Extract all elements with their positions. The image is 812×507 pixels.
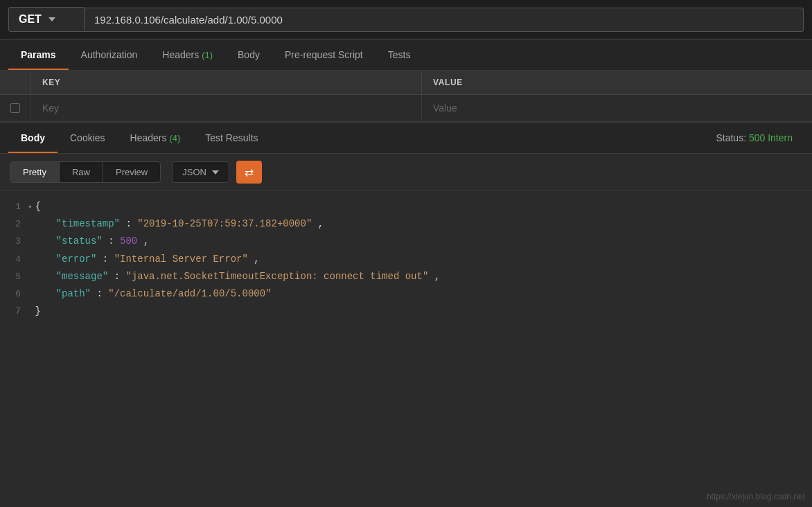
json-line-5: 5 "message" : "java.net.SocketTimeoutExc…	[0, 268, 812, 285]
dropdown-chevron-icon	[212, 170, 219, 175]
line-num-7: 7	[7, 303, 28, 319]
params-header: KEY VALUE	[0, 71, 812, 95]
line-arrow-1: ▾	[28, 201, 35, 215]
type-dropdown[interactable]: JSON	[172, 161, 229, 183]
response-toolbar: Pretty Raw Preview JSON ⇄	[0, 154, 812, 191]
open-brace: {	[35, 198, 41, 215]
row-checkbox-cell	[0, 95, 31, 121]
response-tabs: Body Cookies Headers (4) Test Results St…	[0, 123, 812, 154]
method-dropdown[interactable]: GET	[8, 7, 85, 32]
tab-response-headers[interactable]: Headers (4)	[118, 123, 193, 153]
wrap-button[interactable]: ⇄	[236, 161, 262, 184]
value-col-header: VALUE	[422, 71, 812, 94]
method-label: GET	[19, 13, 42, 26]
params-table: KEY VALUE Key Value	[0, 71, 812, 122]
json-line-4: 4 "error" : "Internal Server Error" ,	[0, 251, 812, 268]
json-key-status: "status"	[56, 235, 103, 247]
url-input[interactable]	[85, 8, 804, 32]
format-tabs: Pretty Raw Preview	[10, 161, 161, 183]
json-line-7: 7 }	[0, 303, 812, 320]
json-key-path: "path"	[56, 288, 91, 299]
tab-body[interactable]: Body	[225, 39, 272, 70]
response-section: Body Cookies Headers (4) Test Results St…	[0, 122, 812, 327]
line-num-2: 2	[7, 216, 28, 232]
value-input-cell[interactable]: Value	[422, 95, 812, 121]
tab-test-results[interactable]: Test Results	[193, 123, 270, 153]
url-bar: GET	[0, 0, 812, 39]
json-val-status: 500	[120, 235, 137, 247]
line-num-5: 5	[7, 269, 28, 285]
key-col-header: KEY	[31, 71, 422, 94]
format-raw[interactable]: Raw	[60, 162, 103, 182]
key-placeholder: Key	[42, 103, 59, 114]
status-value: 500 Intern	[749, 132, 793, 143]
check-col-header	[0, 71, 31, 94]
tab-cookies[interactable]: Cookies	[58, 123, 118, 153]
line-arrow-4	[28, 254, 35, 267]
response-status: Status: 500 Intern	[716, 132, 804, 143]
json-key-timestamp: "timestamp"	[56, 218, 120, 229]
json-key-message: "message"	[56, 271, 109, 282]
line-num-4: 4	[7, 251, 28, 267]
request-tabs: Params Authorization Headers (1) Body Pr…	[0, 39, 812, 71]
format-pretty[interactable]: Pretty	[10, 162, 60, 182]
tab-prerequest[interactable]: Pre-request Script	[272, 39, 376, 70]
line-num-3: 3	[7, 233, 28, 249]
json-val-timestamp: "2019-10-25T07:59:37.182+0000"	[137, 218, 312, 229]
wrap-icon: ⇄	[245, 166, 254, 179]
json-line-6: 6 "path" : "/calculate/add/1.00/5.0000"	[0, 285, 812, 303]
tab-authorization[interactable]: Authorization	[69, 39, 150, 70]
response-headers-badge: (4)	[169, 133, 180, 143]
json-key-error: "error"	[56, 254, 97, 265]
chevron-down-icon	[48, 17, 55, 21]
key-input-cell[interactable]: Key	[31, 95, 422, 121]
tab-headers[interactable]: Headers (1)	[150, 39, 225, 70]
row-checkbox[interactable]	[10, 103, 20, 113]
format-preview[interactable]: Preview	[103, 162, 160, 182]
value-placeholder: Value	[433, 103, 457, 114]
json-val-path: "/calculate/add/1.00/5.0000"	[108, 288, 271, 299]
tab-tests[interactable]: Tests	[376, 39, 423, 70]
close-brace: }	[35, 303, 41, 320]
line-arrow-7	[28, 305, 35, 319]
json-line-3: 3 "status" : 500 ,	[0, 233, 812, 250]
line-num-6: 6	[7, 286, 28, 302]
headers-badge: (1)	[202, 50, 213, 60]
json-val-message: "java.net.SocketTimeoutException: connec…	[125, 271, 428, 282]
json-viewer: 1 ▾ { 2 "timestamp" : "2019-10-25T07:59:…	[0, 191, 812, 327]
params-row: Key Value	[0, 95, 812, 122]
line-num-1: 1	[7, 199, 28, 215]
watermark: https://xiejun.blog.csdn.net	[707, 492, 805, 501]
tab-response-body[interactable]: Body	[8, 123, 58, 153]
json-line-2: 2 "timestamp" : "2019-10-25T07:59:37.182…	[0, 215, 812, 233]
line-arrow-2	[28, 218, 35, 232]
line-arrow-6	[28, 288, 35, 302]
tab-params[interactable]: Params	[8, 39, 69, 70]
line-arrow-3	[28, 235, 35, 249]
line-arrow-5	[28, 271, 35, 285]
json-val-error: "Internal Server Error"	[114, 254, 248, 265]
json-line-1: 1 ▾ {	[0, 198, 812, 215]
